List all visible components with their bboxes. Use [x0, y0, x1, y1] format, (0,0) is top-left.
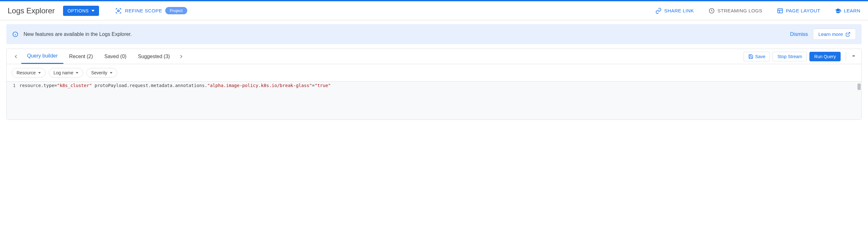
- stop-stream-button[interactable]: Stop Stream: [773, 52, 807, 61]
- external-link-icon: [845, 32, 850, 37]
- editor-gutter: 1: [7, 82, 18, 119]
- scope-pill: Project: [165, 7, 187, 14]
- share-link-button[interactable]: SHARE LINK: [655, 8, 694, 14]
- filter-severity-label: Severity: [91, 70, 107, 75]
- dismiss-button[interactable]: Dismiss: [790, 32, 808, 37]
- tab-recent[interactable]: Recent (2): [63, 54, 99, 60]
- chevron-down-icon: [110, 72, 113, 74]
- filter-resource[interactable]: Resource: [12, 68, 45, 78]
- query-panel: Query builder Recent (2) Saved (0) Sugge…: [6, 49, 862, 120]
- refine-scope-label: REFINE SCOPE: [125, 8, 162, 13]
- query-editor[interactable]: 1 resource.type="k8s_cluster" protoPaylo…: [7, 81, 861, 119]
- page-layout-label: PAGE LAYOUT: [786, 8, 820, 13]
- chevron-down-icon: [38, 72, 41, 74]
- save-label: Save: [755, 54, 766, 59]
- options-label: OPTIONS: [67, 8, 89, 13]
- collapse-toggle[interactable]: [850, 53, 858, 61]
- refine-scope-button[interactable]: REFINE SCOPE Project: [115, 7, 187, 14]
- separator: [846, 52, 846, 61]
- page-title: Logs Explorer: [8, 6, 55, 15]
- tab-query-builder[interactable]: Query builder: [21, 49, 63, 64]
- filter-log-name-label: Log name: [54, 70, 73, 75]
- options-button[interactable]: OPTIONS: [63, 6, 99, 16]
- learn-more-label: Learn more: [818, 32, 843, 37]
- scrollbar-thumb[interactable]: [858, 83, 861, 90]
- scope-target-icon: [115, 7, 122, 14]
- learn-button[interactable]: LEARN: [835, 8, 860, 14]
- tabs-row: Query builder Recent (2) Saved (0) Sugge…: [7, 49, 861, 64]
- top-toolbar: Logs Explorer OPTIONS REFINE SCOPE Proje…: [0, 0, 868, 20]
- streaming-logs-button[interactable]: STREAMING LOGS: [709, 8, 762, 14]
- page-layout-button[interactable]: PAGE LAYOUT: [777, 8, 820, 14]
- filter-resource-label: Resource: [17, 70, 36, 75]
- line-number: 1: [13, 83, 16, 88]
- graduation-cap-icon: [835, 8, 841, 14]
- filter-log-name[interactable]: Log name: [49, 68, 83, 78]
- share-link-label: SHARE LINK: [664, 8, 694, 13]
- chevron-down-icon: [91, 10, 95, 12]
- run-query-button[interactable]: Run Query: [809, 52, 841, 61]
- learn-more-button[interactable]: Learn more: [813, 29, 856, 40]
- svg-rect-2: [778, 9, 782, 13]
- layout-icon: [777, 8, 783, 14]
- banner-text: New features are available in the Logs E…: [24, 32, 132, 37]
- tabs-scroll-right[interactable]: [176, 52, 187, 61]
- link-icon: [655, 8, 662, 14]
- filters-row: Resource Log name Severity: [7, 64, 861, 81]
- tabs-scroll-left[interactable]: [10, 52, 21, 61]
- filter-severity[interactable]: Severity: [86, 68, 117, 78]
- streaming-logs-label: STREAMING LOGS: [717, 8, 762, 13]
- info-icon: [12, 31, 19, 37]
- svg-point-0: [118, 10, 119, 12]
- save-button[interactable]: Save: [744, 52, 770, 61]
- info-banner: New features are available in the Logs E…: [6, 24, 862, 44]
- clock-icon: [709, 8, 715, 14]
- save-icon: [748, 54, 753, 59]
- tab-suggested[interactable]: Suggested (3): [132, 54, 176, 60]
- chevron-down-icon: [76, 72, 78, 74]
- learn-label: LEARN: [844, 8, 860, 13]
- editor-content[interactable]: resource.type="k8s_cluster" protoPayload…: [18, 82, 861, 119]
- tab-saved[interactable]: Saved (0): [99, 54, 132, 60]
